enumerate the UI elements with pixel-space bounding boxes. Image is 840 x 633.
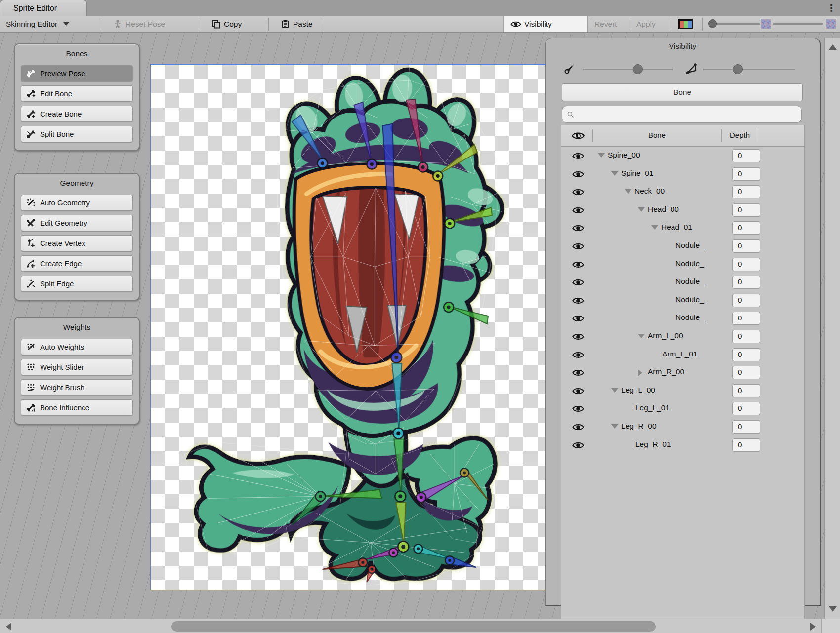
visibility-toggle-button[interactable]: Visibility (503, 16, 588, 32)
mesh-opacity-slider-track[interactable] (703, 69, 795, 70)
eye-toggle-icon[interactable] (569, 386, 587, 396)
foldout-open-icon[interactable] (638, 334, 645, 338)
scroll-down-icon[interactable] (829, 606, 837, 612)
horizontal-scrollbar[interactable] (0, 619, 840, 633)
eye-toggle-icon[interactable] (569, 151, 587, 161)
depth-input[interactable]: 0 (732, 384, 760, 397)
eye-toggle-icon[interactable] (569, 277, 587, 288)
bone-row[interactable]: Leg_R_000 (561, 418, 804, 436)
eye-toggle-icon[interactable] (569, 223, 587, 234)
depth-input[interactable]: 0 (732, 330, 760, 343)
apply-button[interactable]: Apply (636, 16, 656, 32)
depth-input[interactable]: 0 (732, 294, 760, 307)
bone-row[interactable]: Arm_R_000 (561, 363, 804, 382)
preview-pose-button[interactable]: Preview Pose (21, 65, 133, 81)
foldout-closed-icon[interactable] (638, 369, 642, 376)
mesh-alpha-slider-track[interactable] (773, 23, 823, 25)
depth-input[interactable]: 0 (732, 402, 760, 415)
sprite-alpha-slider-knob[interactable] (708, 19, 717, 28)
eye-toggle-icon[interactable] (569, 440, 587, 451)
depth-input[interactable]: 0 (732, 221, 760, 235)
eye-toggle-icon[interactable] (569, 331, 587, 342)
sprite-alpha-slider-track[interactable] (713, 23, 760, 25)
depth-input[interactable]: 0 (732, 312, 760, 325)
eye-toggle-icon[interactable] (569, 295, 587, 306)
create-vertex-button[interactable]: Create Vertex (21, 235, 133, 251)
mesh-opacity-slider-knob[interactable] (733, 64, 743, 74)
foldout-open-icon[interactable] (611, 171, 618, 176)
foldout-open-icon[interactable] (611, 424, 618, 429)
weight-slider-button[interactable]: Weight Slider (21, 359, 133, 375)
depth-input[interactable]: 0 (732, 239, 760, 253)
split-bone-button[interactable]: Split Bone (21, 126, 133, 142)
eye-toggle-icon[interactable] (569, 241, 587, 252)
reset-pose-button[interactable]: Reset Pose (113, 16, 165, 32)
bone-row[interactable]: Neck_000 (561, 183, 804, 201)
weight-brush-button[interactable]: Weight Brush (21, 379, 133, 396)
depth-input[interactable]: 0 (732, 438, 760, 452)
depth-input[interactable]: 0 (732, 203, 760, 217)
depth-input[interactable]: 0 (732, 366, 760, 379)
depth-input[interactable]: 0 (732, 167, 760, 181)
horizontal-scrollbar-thumb[interactable] (171, 621, 656, 632)
bone-opacity-slider-knob[interactable] (633, 64, 643, 74)
auto-weights-button[interactable]: Auto Weights (21, 339, 133, 355)
foldout-open-icon[interactable] (651, 225, 658, 230)
bone-influence-button[interactable]: Bone Influence (21, 399, 133, 416)
bone-row[interactable]: Head_010 (561, 219, 804, 237)
depth-input[interactable]: 0 (732, 185, 760, 198)
eye-toggle-icon[interactable] (569, 313, 587, 324)
eye-toggle-icon[interactable] (569, 169, 587, 180)
depth-input[interactable]: 0 (732, 420, 760, 434)
depth-input[interactable]: 0 (732, 348, 760, 361)
create-edge-button[interactable]: Create Edge (21, 255, 133, 272)
tab-bone[interactable]: Bone (562, 83, 803, 101)
bone-row[interactable]: Nodule_0 (561, 255, 804, 274)
bone-row[interactable]: Arm_L_010 (561, 346, 804, 364)
foldout-open-icon[interactable] (638, 207, 645, 212)
sprite-color-swatch-icon[interactable] (678, 19, 693, 29)
split-edge-button[interactable]: Split Edge (21, 276, 133, 292)
bone-opacity-slider-track[interactable] (583, 69, 673, 70)
bone-row[interactable]: Leg_L_010 (561, 399, 804, 418)
bone-row[interactable]: Spine_010 (561, 165, 804, 183)
create-bone-button[interactable]: Create Bone (21, 106, 133, 122)
tab-sprite-editor[interactable]: Sprite Editor (0, 0, 87, 16)
foldout-open-icon[interactable] (625, 189, 631, 194)
revert-button[interactable]: Revert (594, 16, 617, 32)
eye-toggle-icon[interactable] (569, 259, 587, 270)
bone-row[interactable]: Nodule_0 (561, 273, 804, 291)
eye-toggle-icon[interactable] (569, 422, 587, 433)
eye-toggle-icon[interactable] (569, 367, 587, 378)
bone-row[interactable]: Spine_000 (561, 147, 804, 165)
paste-button[interactable]: Paste (281, 16, 313, 32)
bone-row[interactable]: Leg_R_010 (561, 436, 804, 454)
edit-bone-button[interactable]: Edit Bone (21, 85, 133, 102)
scroll-up-icon[interactable] (829, 44, 837, 50)
kebab-menu-icon[interactable]: ⋮ (824, 1, 838, 15)
foldout-open-icon[interactable] (611, 388, 618, 393)
depth-input[interactable]: 0 (732, 258, 760, 271)
bone-row[interactable]: Nodule_0 (561, 309, 804, 327)
bone-row[interactable]: Nodule_0 (561, 291, 804, 310)
auto-geometry-button[interactable]: Auto Geometry (21, 195, 133, 211)
vertical-scrollbar[interactable] (824, 38, 840, 619)
scroll-right-icon[interactable] (810, 623, 816, 631)
depth-input[interactable]: 0 (732, 149, 760, 162)
eye-toggle-icon[interactable] (569, 403, 587, 414)
search-input[interactable] (575, 110, 792, 119)
bone-row[interactable]: Head_000 (561, 201, 804, 219)
bone-row[interactable]: Nodule_0 (561, 237, 804, 255)
skinning-editor-dropdown[interactable]: Skinning Editor (6, 16, 69, 32)
foldout-open-icon[interactable] (598, 153, 605, 158)
bone-row[interactable]: Leg_L_000 (561, 382, 804, 400)
eye-toggle-icon[interactable] (569, 350, 587, 360)
depth-input[interactable]: 0 (732, 276, 760, 289)
copy-button[interactable]: Copy (211, 16, 242, 32)
bone-search-field[interactable] (562, 106, 802, 123)
eye-toggle-icon[interactable] (569, 205, 587, 216)
eye-toggle-icon[interactable] (569, 187, 587, 198)
edit-geometry-button[interactable]: Edit Geometry (21, 215, 133, 231)
scroll-left-icon[interactable] (6, 623, 11, 631)
bone-row[interactable]: Arm_L_000 (561, 327, 804, 346)
